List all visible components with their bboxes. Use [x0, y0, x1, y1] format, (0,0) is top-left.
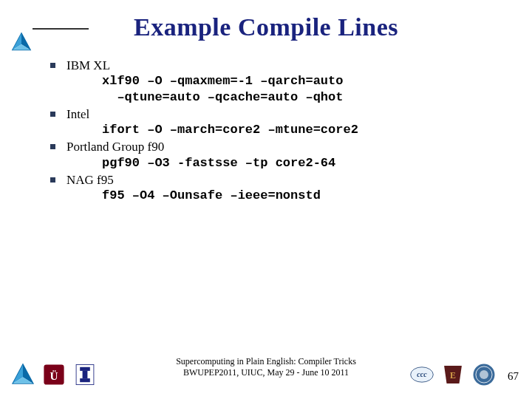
- footer-line-1: Supercomputing in Plain English: Compile…: [176, 356, 356, 367]
- svg-text:Ü: Ü: [50, 369, 58, 382]
- bullet-icon: [50, 112, 55, 117]
- footer-line-2: BWUPEP2011, UIUC, May 29 - June 10 2011: [176, 367, 356, 378]
- compiler-command: xlf90 –O –qmaxmem=-1 –qarch=auto –qtune=…: [66, 73, 502, 105]
- svg-rect-4: [83, 371, 88, 378]
- compiler-label: NAG f95: [66, 173, 114, 187]
- list-item: Intel ifort –O –march=core2 –mtune=core2: [66, 106, 502, 138]
- seal-logo-icon: [471, 362, 497, 387]
- bullet-icon: [50, 144, 55, 149]
- footer-logos-left: Ü: [10, 362, 98, 387]
- bullet-icon: [50, 63, 55, 68]
- list-item: NAG f95 f95 –O4 –Ounsafe –ieee=nonstd: [66, 172, 502, 204]
- compiler-command: pgf90 –O3 -fastsse –tp core2-64: [66, 155, 502, 171]
- slide-title: Example Compile Lines: [30, 13, 502, 41]
- list-item: IBM XL xlf90 –O –qmaxmem=-1 –qarch=auto …: [66, 58, 502, 105]
- ec-logo-icon: E: [440, 362, 466, 387]
- compiler-command: ifort –O –march=core2 –mtune=core2: [66, 122, 502, 137]
- illinois-logo-icon: [72, 362, 98, 387]
- svg-point-11: [480, 370, 488, 379]
- compiler-label: IBM XL: [66, 58, 110, 72]
- corner-triangle-logo-icon: [10, 31, 33, 53]
- svg-text:E: E: [450, 370, 456, 381]
- page-number: 67: [508, 370, 519, 383]
- footer-logos-right: ccc E: [409, 362, 497, 387]
- footer-text: Supercomputing in Plain English: Compile…: [176, 356, 356, 378]
- ccc-logo-icon: ccc: [409, 362, 434, 387]
- content-area: IBM XL xlf90 –O –qmaxmem=-1 –qarch=auto …: [0, 41, 532, 203]
- title-rule: [33, 28, 89, 30]
- svg-text:ccc: ccc: [417, 370, 427, 378]
- compiler-label: Portland Group f90: [66, 140, 164, 154]
- footer: Ü Supercomputing in Plain English: Compi…: [0, 347, 532, 392]
- bullet-icon: [50, 177, 55, 183]
- svg-rect-3: [80, 367, 90, 371]
- compiler-command: f95 –O4 –Ounsafe –ieee=nonstd: [66, 188, 502, 203]
- ou-logo-icon: Ü: [41, 362, 66, 387]
- svg-rect-5: [80, 378, 90, 382]
- triangle-logo-icon: [10, 362, 35, 387]
- compiler-label: Intel: [66, 107, 89, 121]
- list-item: Portland Group f90 pgf90 –O3 -fastsse –t…: [66, 139, 502, 171]
